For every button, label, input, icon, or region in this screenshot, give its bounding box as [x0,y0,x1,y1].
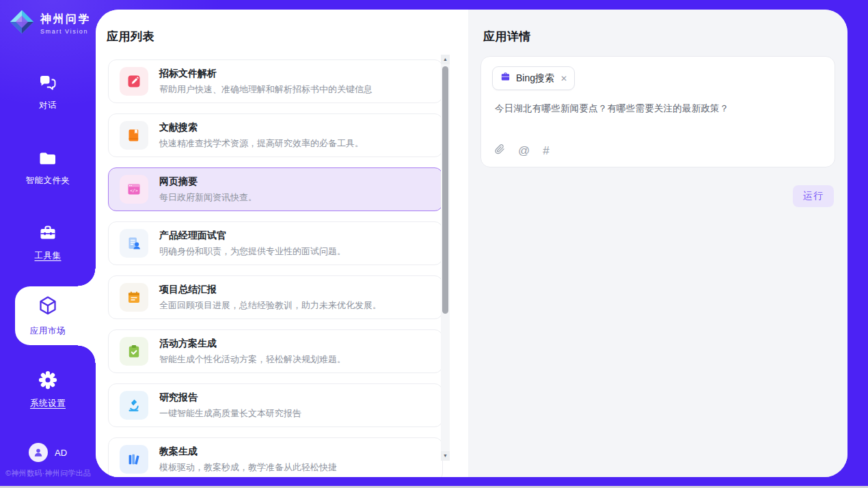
book-icon [120,121,148,150]
tool-tag-bing-search[interactable]: Bing搜索 ✕ [492,66,575,90]
app-card-description: 明确身份和职责，为您提供专业性的面试问题。 [159,245,346,258]
app-list-panel: 应用列表 招标文件解析 帮助用户快速、准确地理解和解析招标书中的关键信息 [96,10,468,477]
user-account[interactable]: AD [0,443,96,462]
chat-icon [38,74,57,94]
prompt-card[interactable]: Bing搜索 ✕ 今日湖北有哪些新闻要点？有哪些需要关注的最新政策？ @ # [480,56,835,167]
scrollbar-up-icon[interactable]: ▲ [441,55,450,64]
svg-text:</>: </> [130,188,138,193]
list-scrollbar[interactable]: ▲ ▼ [441,55,450,461]
app-card-description: 一键智能生成高质量长文本研究报告 [159,407,301,420]
main-content: 应用列表 招标文件解析 帮助用户快速、准确地理解和解析招标书中的关键信息 [96,10,847,477]
hashtag-icon[interactable]: # [543,145,549,157]
calendar-icon [120,283,148,312]
app-card-web-summary[interactable]: </> 网页摘要 每日政府新闻资讯快查。 [108,167,443,211]
app-card-pm-interviewer[interactable]: 产品经理面试官 明确身份和职责，为您提供专业性的面试问题。 [108,221,443,265]
diamond-logo-icon [9,9,35,38]
paperclip-icon[interactable] [495,144,505,157]
app-card-bid-analysis[interactable]: 招标文件解析 帮助用户快速、准确地理解和解析招标书中的关键信息 [108,59,443,103]
app-card-title: 产品经理面试官 [159,230,346,242]
person-doc-icon [120,229,148,258]
tool-tag-label: Bing搜索 [516,72,554,85]
scrollbar-thumb[interactable] [442,66,448,314]
sidebar-item-chat[interactable]: 对话 [0,74,96,111]
mention-at-icon[interactable]: @ [518,145,530,157]
app-card-title: 招标文件解析 [159,68,372,80]
prompt-toolbar: @ # [495,144,550,157]
app-card-description: 帮助用户快速、准确地理解和解析招标书中的关键信息 [159,83,372,96]
browser-code-icon: </> [120,175,148,204]
app-card-description: 全面回顾项目进展，总结经验教训，助力未来优化发展。 [159,299,381,312]
app-card-title: 网页摘要 [159,176,257,188]
app-card-event-plan[interactable]: 活动方案生成 智能生成个性化活动方案，轻松解决规划难题。 [108,329,443,373]
folder-icon [38,150,57,170]
microscope-icon [120,391,148,420]
sidebar-item-label: 系统设置 [30,398,66,409]
prompt-text[interactable]: 今日湖北有哪些新闻要点？有哪些需要关注的最新政策？ [495,103,821,115]
sidebar-item-app-market[interactable]: 应用市场 [0,295,96,337]
app-list-title: 应用列表 [107,29,468,44]
books-icon [120,445,148,474]
clipboard-check-icon [120,337,148,366]
app-list: 招标文件解析 帮助用户快速、准确地理解和解析招标书中的关键信息 文献搜索 快速精… [108,59,443,477]
sidebar-item-label: 对话 [39,100,57,111]
sidebar: 神州问学 Smart Vision 对话 智能文件夹 [0,0,96,488]
toolbox-icon [38,224,57,245]
briefcase-icon [500,71,511,85]
sidebar-item-settings[interactable]: 系统设置 [0,370,96,409]
sidebar-item-toolset[interactable]: 工具集 [0,224,96,262]
app-card-title: 活动方案生成 [159,338,346,350]
app-card-literature-search[interactable]: 文献搜索 快速精准查找学术资源，提高研究效率的必备工具。 [108,113,443,157]
app-card-title: 研究报告 [159,392,301,404]
gear-icon [38,370,57,392]
user-name: AD [55,448,67,458]
tag-close-icon[interactable]: ✕ [560,74,567,83]
app-card-description: 快速精准查找学术资源，提高研究效率的必备工具。 [159,137,364,150]
app-card-description: 模板驱动，教案秒成，教学准备从此轻松快捷 [159,461,337,474]
brand-name: 神州问学 [40,12,91,27]
sidebar-item-label: 应用市场 [30,325,66,337]
copyright-text: ©神州数码·神州问学出品 [5,468,91,478]
scrollbar-down-icon[interactable]: ▼ [441,451,450,461]
brand-logo: 神州问学 Smart Vision [9,9,91,38]
cube-icon [38,295,58,320]
run-button[interactable]: 运行 [793,185,834,207]
sidebar-item-smart-folders[interactable]: 智能文件夹 [0,150,96,187]
app-detail-title: 应用详情 [483,29,847,44]
app-card-description: 智能生成个性化活动方案，轻松解决规划难题。 [159,353,346,366]
brand-subtitle: Smart Vision [40,28,91,35]
app-card-title: 教案生成 [159,446,337,458]
app-card-description: 每日政府新闻资讯快查。 [159,191,257,204]
app-card-project-summary[interactable]: 项目总结汇报 全面回顾项目进展，总结经验教训，助力未来优化发展。 [108,275,443,319]
app-card-title: 项目总结汇报 [159,284,381,296]
app-card-research-report[interactable]: 研究报告 一键智能生成高质量长文本研究报告 [108,383,443,427]
sidebar-item-label: 工具集 [35,250,62,262]
sidebar-item-label: 智能文件夹 [26,175,70,187]
app-detail-panel: 应用详情 Bing搜索 ✕ 今日湖北有哪些新闻要点？有哪些需要关注的最新政策？ [468,10,847,477]
app-card-lesson-plan[interactable]: 教案生成 模板驱动，教案秒成，教学准备从此轻松快捷 [108,437,443,477]
app-card-title: 文献搜索 [159,122,364,134]
pen-square-icon [120,67,148,96]
avatar [29,443,48,462]
